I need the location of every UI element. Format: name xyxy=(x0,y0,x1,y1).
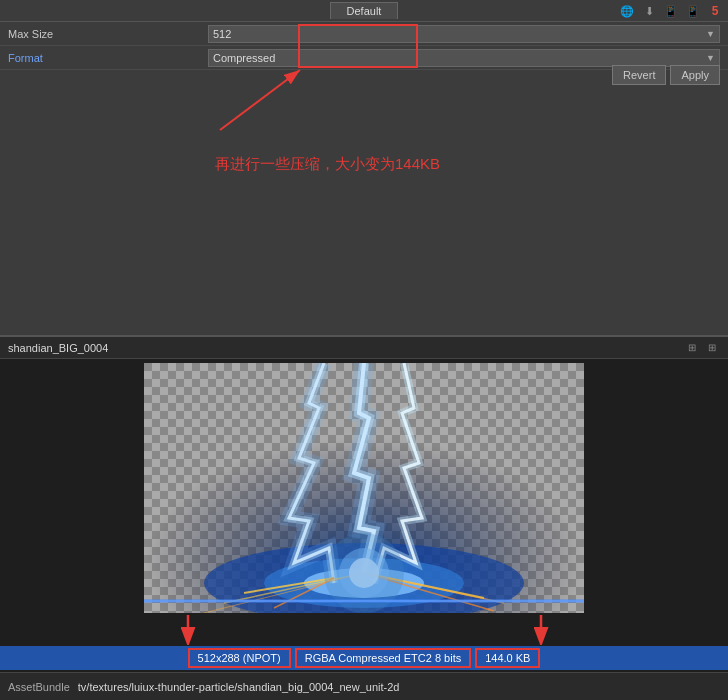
annotation-arrow xyxy=(210,60,320,143)
top-panel: Default 🌐 ⬇ 📱 📱 5 Max Size 512 ▼ Format … xyxy=(0,0,728,335)
action-buttons: Revert Apply xyxy=(612,65,720,85)
bottom-panel: shandian_BIG_0004 ⊞ ⊞ xyxy=(0,335,728,700)
lightning-svg xyxy=(144,363,584,613)
resolution-info: 512x288 (NPOT) xyxy=(188,648,291,668)
lightning-container xyxy=(144,363,584,613)
annotation-text: 再进行一些压缩，大小变为144KB xyxy=(215,155,440,174)
revert-button[interactable]: Revert xyxy=(612,65,666,85)
html5-icon[interactable]: 5 xyxy=(706,2,724,20)
tl-corner-icon[interactable]: ⊞ xyxy=(684,340,700,356)
globe-icon[interactable]: 🌐 xyxy=(618,2,636,20)
bottom-arrow-left xyxy=(173,615,203,648)
arrow-left-svg xyxy=(173,615,203,645)
max-size-value[interactable]: 512 ▼ xyxy=(208,25,720,43)
asset-bundle-label: AssetBundle xyxy=(8,681,70,693)
bottom-arrow-right xyxy=(526,615,556,648)
info-bar: 512x288 (NPOT) RGBA Compressed ETC2 8 bi… xyxy=(0,646,728,670)
android-icon[interactable]: 📱 xyxy=(684,2,702,20)
svg-line-1 xyxy=(220,70,300,130)
checkerboard-bg xyxy=(144,363,584,613)
asset-bundle-value: tv/textures/luiux-thunder-particle/shand… xyxy=(78,681,400,693)
meta-bar: AssetBundle tv/textures/luiux-thunder-pa… xyxy=(0,672,728,700)
max-size-arrow: ▼ xyxy=(706,29,715,39)
size-info: 144.0 KB xyxy=(475,648,540,668)
arrow-svg xyxy=(210,60,320,140)
preview-area xyxy=(0,359,728,648)
default-tab[interactable]: Default xyxy=(330,2,399,19)
format-arrow: ▼ xyxy=(706,53,715,63)
asset-header: shandian_BIG_0004 ⊞ ⊞ xyxy=(0,337,728,359)
max-size-row: Max Size 512 ▼ xyxy=(0,22,728,46)
format-label: Format xyxy=(8,52,208,64)
format-info: RGBA Compressed ETC2 8 bits xyxy=(295,648,472,668)
max-size-label: Max Size xyxy=(8,28,208,40)
download-icon[interactable]: ⬇ xyxy=(640,2,658,20)
toolbar-icons: 🌐 ⬇ 📱 📱 5 xyxy=(614,0,728,22)
arrow-right-svg xyxy=(526,615,556,645)
asset-title: shandian_BIG_0004 xyxy=(8,342,684,354)
tr-corner-icon[interactable]: ⊞ xyxy=(704,340,720,356)
apply-button[interactable]: Apply xyxy=(670,65,720,85)
mobile-icon[interactable]: 📱 xyxy=(662,2,680,20)
tab-bar: Default 🌐 ⬇ 📱 📱 5 xyxy=(0,0,728,22)
